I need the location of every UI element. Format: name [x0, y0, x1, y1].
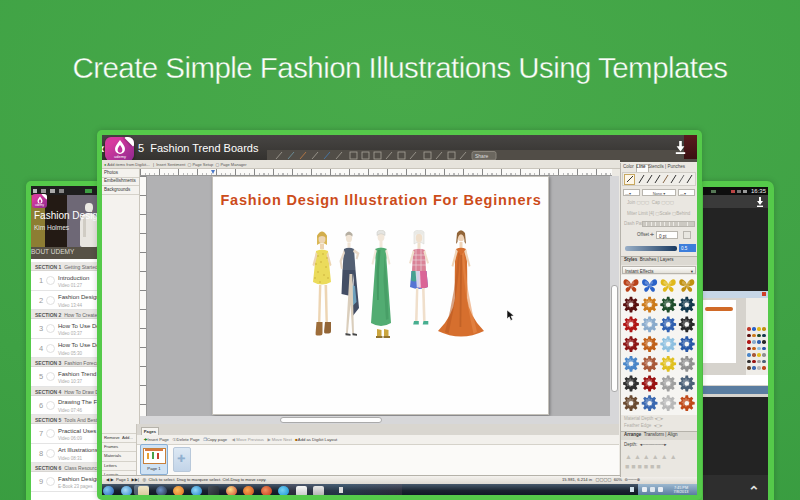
- svg-text:Share: Share: [475, 153, 489, 159]
